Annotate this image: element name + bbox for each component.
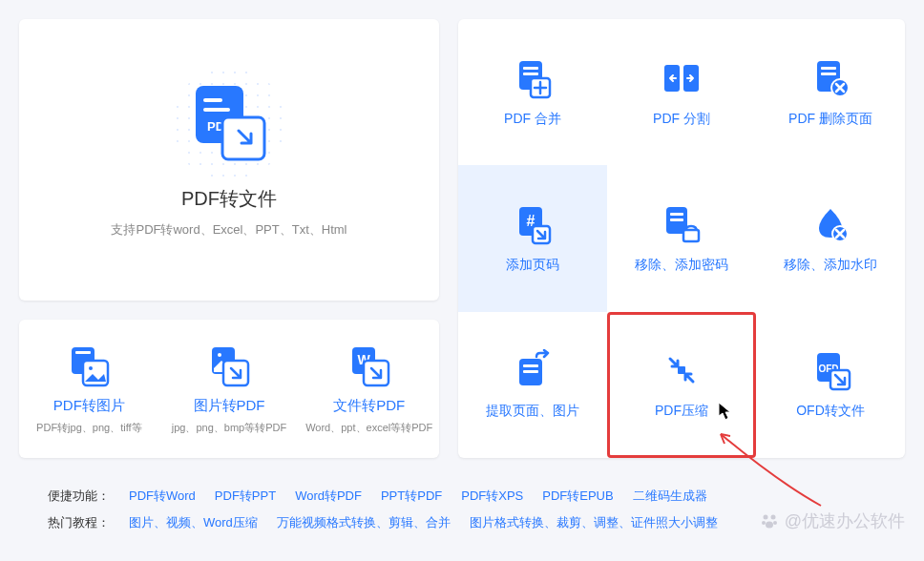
- svg-rect-23: [821, 73, 836, 75]
- pdf-to-image-card[interactable]: PDF转图片 PDF转jpg、png、tiff等: [19, 334, 159, 444]
- file-to-pdf-card[interactable]: W 文件转PDF Word、ppt、excel等转PDF: [299, 334, 439, 444]
- svg-rect-36: [678, 366, 685, 374]
- svg-rect-4: [222, 117, 264, 159]
- card-subtitle: jpg、png、bmp等转PDF: [172, 421, 286, 435]
- file-to-pdf-icon: W: [346, 343, 392, 389]
- svg-point-44: [766, 522, 773, 529]
- link-item[interactable]: 万能视频格式转换、剪辑、合并: [277, 509, 451, 536]
- password-icon: [661, 203, 703, 245]
- card-title: PDF转图片: [53, 397, 125, 415]
- card-subtitle: PDF转jpg、png、tiff等: [36, 421, 141, 435]
- grid-label: 移除、添加水印: [784, 257, 877, 274]
- svg-rect-35: [523, 370, 538, 373]
- svg-rect-31: [683, 230, 699, 241]
- three-card-panel: PDF转图片 PDF转jpg、png、tiff等 图片转PDF jpg、png、…: [19, 320, 439, 458]
- main-card-subtitle: 支持PDF转word、Excel、PPT、Txt、Html: [111, 221, 346, 239]
- main-pdf-convert-card[interactable]: PDF PDF转文件 支持PDF转word、Excel、PPT、Txt、Html: [19, 19, 439, 301]
- grid-label: 添加页码: [506, 257, 559, 274]
- add-pagenum-icon: #: [512, 203, 554, 245]
- hot-tutorials-label: 热门教程：: [48, 509, 110, 536]
- svg-rect-17: [523, 73, 538, 75]
- link-item[interactable]: PDF转EPUB: [542, 483, 613, 509]
- pdf-convert-icon: PDF: [186, 81, 272, 167]
- add-page-number[interactable]: # 添加页码: [458, 165, 607, 311]
- svg-rect-1: [203, 98, 222, 102]
- pdf-delete-pages[interactable]: PDF 删除页面: [756, 19, 905, 165]
- svg-point-10: [218, 353, 221, 357]
- remove-add-password[interactable]: 移除、添加密码: [607, 165, 756, 311]
- ofd-convert[interactable]: OFD OFD转文件: [756, 312, 905, 458]
- link-item[interactable]: 二维码生成器: [633, 483, 707, 509]
- link-item[interactable]: 图片、视频、Word压缩: [129, 509, 258, 536]
- grid-label: OFD转文件: [796, 403, 865, 420]
- extract-icon: [512, 349, 554, 391]
- link-item[interactable]: PDF转Word: [129, 483, 196, 509]
- image-to-pdf-icon: [206, 343, 252, 389]
- pdf-to-image-icon: [66, 343, 112, 389]
- grid-label: PDF 删除页面: [788, 111, 872, 128]
- link-item[interactable]: PDF转XPS: [461, 483, 523, 509]
- card-title: 文件转PDF: [333, 397, 405, 415]
- paw-icon: [760, 511, 779, 530]
- tools-grid: PDF 合并 PDF 分割 PDF 删除页: [458, 19, 905, 458]
- pdf-merge[interactable]: PDF 合并: [458, 19, 607, 165]
- svg-rect-16: [523, 67, 538, 70]
- link-item[interactable]: Word转PDF: [295, 483, 362, 509]
- pdf-delete-icon: [809, 57, 851, 99]
- quick-links-label: 便捷功能：: [48, 483, 110, 509]
- remove-add-watermark[interactable]: 移除、添加水印: [756, 165, 905, 311]
- grid-label: PDF 合并: [504, 111, 561, 128]
- pdf-merge-icon: [512, 57, 554, 99]
- extract-page-image[interactable]: 提取页面、图片: [458, 312, 607, 458]
- svg-rect-29: [670, 213, 683, 216]
- link-item[interactable]: PPT转PDF: [381, 483, 442, 509]
- card-subtitle: Word、ppt、excel等转PDF: [305, 421, 432, 435]
- cursor-icon: [717, 401, 734, 422]
- grid-label: PDF 分割: [653, 111, 710, 128]
- svg-point-42: [762, 521, 766, 525]
- grid-label: PDF压缩: [655, 403, 708, 420]
- svg-point-8: [89, 366, 93, 370]
- ofd-icon: OFD: [809, 349, 851, 391]
- svg-rect-34: [523, 364, 538, 367]
- card-title: 图片转PDF: [194, 397, 265, 415]
- quick-links-row: 便捷功能： PDF转Word PDF转PPT Word转PDF PPT转PDF …: [48, 483, 876, 509]
- link-item[interactable]: PDF转PPT: [215, 483, 276, 509]
- svg-rect-6: [75, 351, 91, 354]
- svg-rect-30: [670, 218, 683, 221]
- svg-rect-22: [821, 67, 836, 70]
- compress-icon: [661, 349, 703, 391]
- watermark-icon: [809, 203, 851, 245]
- main-card-title: PDF转文件: [181, 186, 277, 212]
- svg-point-43: [773, 521, 777, 525]
- svg-point-40: [763, 515, 767, 520]
- svg-rect-7: [83, 361, 108, 385]
- pdf-compress[interactable]: PDF压缩: [607, 312, 756, 458]
- pdf-split[interactable]: PDF 分割: [607, 19, 756, 165]
- image-to-pdf-card[interactable]: 图片转PDF jpg、png、bmp等转PDF: [159, 334, 300, 444]
- link-item[interactable]: 图片格式转换、裁剪、调整、证件照大小调整: [470, 509, 718, 536]
- pdf-split-icon: [661, 57, 703, 99]
- watermark: @优速办公软件: [760, 509, 905, 532]
- svg-point-41: [770, 515, 775, 520]
- grid-label: 移除、添加密码: [635, 257, 728, 274]
- hot-tutorials-row: 热门教程： 图片、视频、Word压缩 万能视频格式转换、剪辑、合并 图片格式转换…: [48, 509, 876, 536]
- svg-rect-2: [203, 108, 230, 112]
- grid-label: 提取页面、图片: [486, 403, 579, 420]
